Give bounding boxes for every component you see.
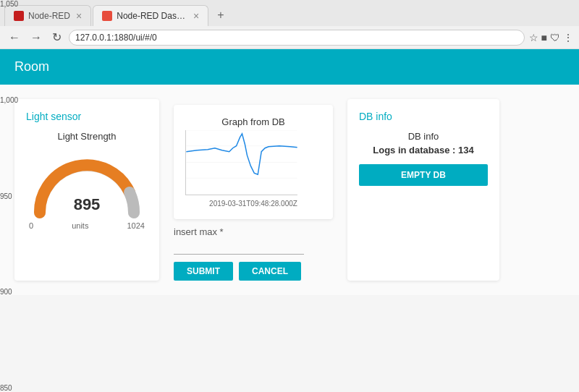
extension-btn-1[interactable]: ■ <box>541 32 547 43</box>
new-tab-button[interactable]: + <box>210 4 231 26</box>
insert-label: insert max * <box>174 226 333 237</box>
gauge-min: 0 <box>29 221 33 230</box>
chart-svg-container <box>185 130 297 198</box>
main-content: Light sensor Light Strength 895 0 units … <box>0 85 579 295</box>
gauge-max: 1024 <box>127 221 145 230</box>
app-header: Room <box>0 49 579 85</box>
browser-actions: ☆ ■ 🛡 ⋮ <box>529 32 573 43</box>
insert-label-text: insert max * <box>174 226 224 237</box>
gauge-container: 895 0 units 1024 <box>26 148 148 230</box>
insert-max-input[interactable] <box>174 240 304 255</box>
form-buttons: SUBMIT CANCEL <box>174 262 333 281</box>
tab-bar: Node-RED × Node-RED Dashb... × + <box>0 0 579 26</box>
address-bar: ← → ↻ ☆ ■ 🛡 ⋮ <box>0 26 579 49</box>
tab-label-dashboard: Node-RED Dashb... <box>117 11 187 21</box>
gauge-range: 0 units 1024 <box>29 221 145 230</box>
graph-title: Graph from DB <box>185 116 321 127</box>
db-info-section-title: DB info <box>359 111 488 122</box>
refresh-button[interactable]: ↻ <box>49 29 64 46</box>
menu-button[interactable]: ⋮ <box>563 32 573 43</box>
db-logs-label: Logs in database : 134 <box>359 145 488 155</box>
bookmark-button[interactable]: ☆ <box>529 32 538 43</box>
extension-btn-2[interactable]: 🛡 <box>550 32 560 43</box>
gauge-unit: units <box>72 221 88 230</box>
address-input[interactable] <box>69 30 525 46</box>
tab-favicon-dashboard <box>102 11 112 21</box>
y-label-1: 1,000 <box>0 96 23 104</box>
y-label-2: 950 <box>0 192 23 200</box>
chart-timestamp: 2019-03-31T09:48:28.000Z <box>185 200 321 208</box>
tab-close-dashboard[interactable]: × <box>193 10 199 22</box>
graph-section: Graph from DB 1,050 1,000 950 900 850 <box>174 99 333 281</box>
y-label-4: 850 <box>0 384 23 392</box>
forward-button[interactable]: → <box>28 30 45 46</box>
cancel-button[interactable]: CANCEL <box>239 262 301 281</box>
tab-label-node-red: Node-RED <box>28 11 70 21</box>
y-label-0: 1,050 <box>0 0 23 8</box>
y-label-3: 900 <box>0 288 23 296</box>
gauge-value: 895 <box>74 195 101 214</box>
chart-yaxis: 1,050 1,000 950 900 850 <box>0 0 26 392</box>
chart-wrapper: 1,050 1,000 950 900 850 <box>185 130 321 198</box>
submit-button[interactable]: SUBMIT <box>174 262 233 281</box>
empty-db-button[interactable]: EMPTY DB <box>359 164 488 186</box>
gauge-svg: 895 <box>29 148 145 220</box>
light-sensor-title: Light sensor <box>26 111 148 122</box>
gauge-label: Light Strength <box>26 131 148 142</box>
tab-close-node-red[interactable]: × <box>76 10 82 22</box>
light-sensor-panel: Light sensor Light Strength 895 0 units … <box>14 99 159 281</box>
graph-panel: Graph from DB 1,050 1,000 950 900 850 <box>174 105 333 219</box>
db-info-label: DB info <box>359 131 488 142</box>
db-info-panel: DB info DB info Logs in database : 134 E… <box>347 99 499 281</box>
insert-form: insert max * SUBMIT CANCEL <box>174 226 333 281</box>
tab-node-red-dashboard[interactable]: Node-RED Dashb... × <box>93 5 208 26</box>
browser-chrome: Node-RED × Node-RED Dashb... × + ← → ↻ ☆… <box>0 0 579 49</box>
